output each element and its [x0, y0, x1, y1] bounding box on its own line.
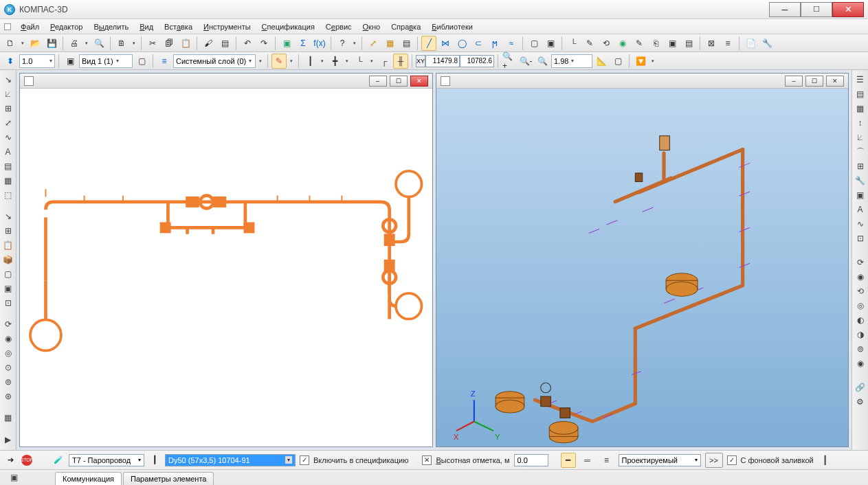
filter-button[interactable]: 🔽 [633, 54, 648, 69]
tool-14[interactable]: ⎗ [648, 36, 663, 51]
rtool-8[interactable]: 🔧 [854, 174, 867, 188]
line-tool[interactable]: ╱ [421, 36, 436, 51]
wave-tool[interactable]: ≈ [504, 36, 519, 51]
tool-18[interactable]: ≡ [720, 36, 735, 51]
ltool-17[interactable]: ⟳ [1, 317, 15, 331]
rtool-9[interactable]: ▣ [854, 188, 867, 202]
include-checkbox[interactable]: ✓ [300, 455, 309, 465]
open-button[interactable]: 📂 [27, 36, 43, 51]
bowtie-tool[interactable]: ⋈ [438, 36, 453, 51]
help-button[interactable]: ? [335, 36, 350, 51]
redo-button[interactable]: ↷ [256, 36, 271, 51]
rtool-3[interactable]: ▦ [854, 102, 867, 115]
cut-button[interactable]: ✂ [145, 36, 160, 51]
menu-select[interactable]: Выделить [88, 21, 134, 33]
new-button[interactable]: 🗋 [3, 36, 18, 51]
tool-v3[interactable]: └ [352, 54, 367, 69]
brush-button[interactable]: 🖌 [201, 36, 216, 51]
rtool-7[interactable]: ⊞ [854, 159, 867, 173]
canvas-2d[interactable] [20, 89, 432, 447]
menu-service[interactable]: Сервис [320, 21, 357, 33]
rtool-17[interactable]: ◐ [854, 313, 867, 327]
ltool-5[interactable]: ∿ [1, 131, 15, 144]
tool-17[interactable]: ⊠ [704, 36, 719, 51]
elev-input[interactable]: 0.0 [514, 454, 548, 466]
doc3-close-button[interactable]: ✕ [826, 76, 844, 87]
tool-9[interactable]: └ [566, 36, 581, 51]
ltool-7[interactable]: ▤ [1, 159, 15, 173]
spec-button[interactable]: ▣ [279, 36, 294, 51]
print-dropdown[interactable]: ▾ [83, 36, 90, 51]
spec-combo[interactable]: Dy50 (57x3,5) 10704-91▾ [165, 454, 296, 466]
ltool-13[interactable]: 📦 [1, 253, 15, 267]
list-button[interactable]: ▤ [217, 36, 232, 51]
tab-communication[interactable]: Коммуникация [55, 472, 122, 485]
menu-insert[interactable]: Вставка [159, 21, 198, 33]
minimize-button[interactable] [769, 2, 801, 17]
rtool-22[interactable]: ⚙ [854, 395, 867, 409]
tool-v2[interactable]: ╋ [327, 54, 342, 69]
tool-12[interactable]: ◉ [615, 36, 630, 51]
print-button[interactable]: 🖨 [67, 36, 82, 51]
sigma-button[interactable]: Σ [296, 36, 311, 51]
coord-x[interactable]: 11479.8 [425, 55, 460, 67]
tool-10[interactable]: ✎ [582, 36, 597, 51]
properties-button[interactable]: 🗎 [114, 36, 129, 51]
view-icon[interactable]: ▣ [63, 54, 78, 69]
pan-button[interactable]: ⤢ [366, 36, 381, 51]
doc3-max-button[interactable]: ☐ [805, 76, 823, 87]
menu-editor[interactable]: Редактор [45, 21, 88, 33]
layer-combo[interactable]: Системный слой (0)▾ [173, 54, 256, 68]
rtool-1[interactable]: ☰ [854, 73, 867, 87]
ltool-20[interactable]: ⊙ [1, 361, 15, 374]
pipeline-combo[interactable]: T7 - Паропровод▾ [69, 454, 144, 466]
arrow-icon[interactable]: ➔ [4, 454, 16, 466]
ltool-24[interactable]: ▶ [1, 433, 15, 447]
zoom-in-button[interactable]: 🔍+ [502, 54, 517, 69]
print-preview-button[interactable]: 🔍 [91, 36, 107, 51]
grid-button[interactable]: ▦ [382, 36, 397, 51]
tab-element-params[interactable]: Параметры элемента [123, 472, 214, 485]
system-menu-icon[interactable] [4, 23, 11, 30]
scale-combo[interactable]: 1.0▾ [19, 54, 55, 68]
ltool-12[interactable]: 📋 [1, 238, 15, 252]
rtool-14[interactable]: ◉ [854, 270, 867, 284]
ltool-8[interactable]: ▦ [1, 174, 15, 188]
rtool-5[interactable]: ⟀ [854, 131, 867, 144]
doc-min-button[interactable]: – [369, 76, 387, 87]
ltool-23[interactable]: ▦ [1, 411, 15, 425]
stop-icon[interactable]: STOP [21, 454, 33, 466]
tool-v1[interactable]: ┃ [302, 54, 318, 69]
copy-button[interactable]: 🗐 [162, 36, 177, 51]
zoom-fit-button[interactable]: 🔍 [535, 54, 550, 69]
scale-icon[interactable]: ⬍ [3, 54, 18, 69]
ltool-19[interactable]: ◎ [1, 346, 15, 360]
ltool-18[interactable]: ◉ [1, 332, 15, 346]
rtool-19[interactable]: ⊚ [854, 342, 867, 356]
menu-tools[interactable]: Инструменты [198, 21, 256, 33]
bgfill-checkbox[interactable]: ✓ [727, 455, 737, 465]
zoom-combo[interactable]: 1.98▾ [551, 54, 592, 68]
panel-icon1[interactable]: ▣ [7, 471, 21, 484]
ltool-2[interactable]: ⟀ [1, 87, 15, 101]
new-dropdown[interactable]: ▾ [19, 36, 26, 51]
ltool-11[interactable]: ⊞ [1, 224, 15, 238]
menu-spec[interactable]: Спецификация [256, 21, 320, 33]
align-minus[interactable]: ━ [561, 453, 576, 468]
doc-close-button[interactable]: ✕ [410, 76, 428, 87]
doc-max-button[interactable]: ☐ [390, 76, 408, 87]
rtool-15[interactable]: ⟲ [854, 284, 867, 298]
tool-11[interactable]: ⟲ [599, 36, 614, 51]
fx-button[interactable]: f(x) [312, 36, 327, 51]
ltool-10[interactable]: ↘ [1, 210, 15, 223]
coord-y[interactable]: 10782.6 [460, 55, 494, 67]
paste-button[interactable]: 📋 [178, 36, 193, 51]
rtool-10[interactable]: A [854, 203, 867, 216]
tool-20[interactable]: 🔧 [759, 36, 775, 51]
menu-view[interactable]: Вид [134, 21, 159, 33]
view-combo[interactable]: Вид 1 (1)▾ [79, 54, 133, 68]
ltool-15[interactable]: ▣ [1, 282, 15, 295]
ltool-9[interactable]: ⬚ [1, 188, 15, 202]
arc-tool[interactable]: ⊂ [471, 36, 486, 51]
tool-15[interactable]: ▣ [665, 36, 680, 51]
